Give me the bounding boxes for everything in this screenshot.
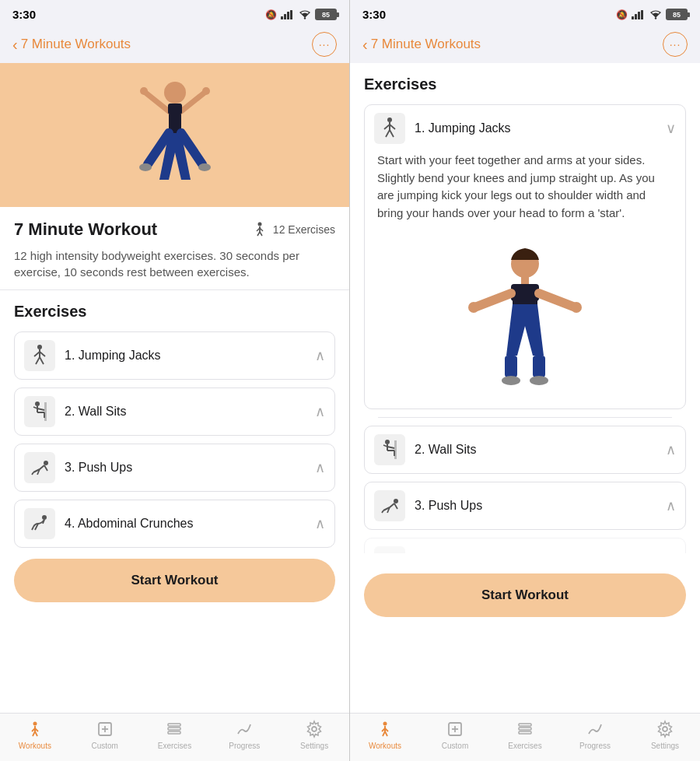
svg-line-68: [390, 130, 394, 137]
tab-progress-left[interactable]: Progress: [221, 720, 268, 750]
battery-icon-left: 85: [315, 9, 337, 20]
workout-title: 7 Minute Workout: [14, 219, 157, 240]
exercises-count-label: 12 Exercises: [273, 223, 335, 236]
left-panel: 3:30 🔕 85 ‹ 7 Minute Workouts ···: [0, 0, 350, 761]
exercises-title-right: Exercises: [364, 75, 686, 93]
tab-progress-right[interactable]: Progress: [572, 720, 618, 750]
svg-rect-81: [394, 440, 397, 459]
tab-custom-label-left: Custom: [91, 742, 117, 750]
jumping-jacks-icon: [27, 343, 52, 368]
back-button-left[interactable]: ‹ 7 Minute Workouts: [12, 36, 131, 54]
tab-settings-label-right: Settings: [651, 742, 679, 750]
status-bar-left: 3:30 🔕 85: [0, 0, 349, 26]
tab-workouts-left[interactable]: Workouts: [12, 720, 58, 750]
divider-right: [378, 417, 672, 418]
workouts-tab-icon-left: [26, 720, 44, 738]
exercise-item-2[interactable]: 2. Wall Sits ∧: [14, 388, 335, 436]
custom-tab-icon-left: [96, 720, 114, 738]
svg-line-65: [384, 124, 390, 129]
detail-scroll: Exercises 1. Jumping Jacks: [350, 63, 700, 713]
wall-sits-detail-icon: [377, 437, 402, 462]
svg-rect-74: [533, 356, 545, 377]
start-workout-button-left[interactable]: Start Workout: [14, 559, 335, 602]
svg-point-76: [530, 376, 548, 385]
signal-icon-right: [632, 10, 646, 19]
progress-tab-icon-left: [235, 720, 254, 738]
time-right: 3:30: [362, 8, 386, 21]
tab-settings-right[interactable]: Settings: [642, 720, 688, 750]
exercise-name-right-2: 2. Wall Sits: [415, 443, 666, 457]
bell-icon-right: 🔕: [616, 9, 628, 20]
workout-description: 12 high intensity bodyweight exercises. …: [14, 247, 335, 280]
start-workout-button-right[interactable]: Start Workout: [364, 573, 686, 617]
svg-rect-103: [519, 724, 531, 726]
exercise-item-3[interactable]: 3. Push Ups ∧: [14, 444, 335, 492]
tab-exercises-label-right: Exercises: [508, 742, 541, 750]
custom-tab-icon-right: [446, 720, 464, 738]
signal-icon-left: [281, 10, 295, 19]
more-button-left[interactable]: ···: [312, 32, 337, 57]
svg-line-24: [34, 352, 40, 356]
status-icons-left: 🔕 85: [265, 9, 337, 20]
svg-point-9: [140, 87, 148, 95]
exercise-chevron-right-2: ∧: [666, 441, 676, 458]
back-chevron-left: ‹: [12, 36, 18, 54]
partial-item-hint: [364, 538, 686, 553]
exercise-expanded-1[interactable]: 1. Jumping Jacks ∨ Start with your feet …: [364, 104, 686, 409]
exercise-chevron-3: ∧: [315, 459, 325, 476]
wifi-icon-left: [299, 10, 311, 19]
svg-rect-55: [168, 728, 180, 730]
more-button-right[interactable]: ···: [663, 32, 688, 57]
tab-exercises-label-left: Exercises: [158, 742, 191, 750]
settings-tab-icon-left: [305, 720, 324, 738]
exercise-thumb-2: [24, 396, 55, 427]
svg-point-45: [33, 722, 37, 726]
back-label-right: 7 Minute Workouts: [371, 37, 481, 52]
exercises-section-right: Exercises 1. Jumping Jacks: [350, 63, 700, 563]
time-left: 3:30: [12, 8, 36, 21]
tab-workouts-label-left: Workouts: [19, 742, 51, 750]
exercise-thumb-3: [24, 452, 55, 483]
tab-custom-right[interactable]: Custom: [432, 720, 478, 750]
exercise-item-1[interactable]: 1. Jumping Jacks ∧: [14, 331, 335, 380]
nav-bar-left: ‹ 7 Minute Workouts ···: [0, 26, 349, 63]
svg-rect-59: [635, 14, 637, 19]
exercise-item-right-3[interactable]: 3. Push Ups ∧: [364, 482, 686, 530]
exercises-section-left: Exercises 1. Jumping Jacks ∧: [0, 290, 349, 548]
tab-workouts-right[interactable]: Workouts: [362, 720, 408, 750]
exercise-item-right-2[interactable]: 2. Wall Sits ∧: [364, 426, 686, 474]
more-icon-right: ···: [670, 38, 681, 51]
back-label-left: 7 Minute Workouts: [21, 37, 131, 52]
tab-settings-left[interactable]: Settings: [291, 720, 338, 750]
tab-custom-left[interactable]: Custom: [82, 720, 128, 750]
push-ups-icon: [27, 455, 52, 480]
svg-line-77: [477, 293, 511, 307]
svg-line-26: [36, 357, 40, 364]
crunches-icon: [27, 511, 52, 536]
svg-rect-0: [281, 16, 283, 19]
tab-exercises-left[interactable]: Exercises: [151, 720, 198, 750]
tab-exercises-right[interactable]: Exercises: [502, 720, 548, 750]
tab-bar-left: Workouts Custom Exercises Progress: [0, 713, 349, 761]
tab-workouts-label-right: Workouts: [369, 742, 401, 750]
jumping-jacks-hero-icon: [128, 71, 222, 207]
svg-line-99: [385, 731, 387, 736]
exercise-chevron-expanded-1: ∨: [666, 120, 676, 137]
svg-point-29: [35, 402, 40, 406]
exercise-name-1: 1. Jumping Jacks: [65, 349, 315, 363]
svg-point-41: [42, 515, 47, 520]
back-button-right[interactable]: ‹ 7 Minute Workouts: [362, 36, 481, 54]
status-bar-right: 3:30 🔕 85: [350, 0, 700, 26]
svg-rect-15: [168, 103, 182, 114]
exercises-tab-icon-right: [516, 720, 534, 738]
svg-line-93: [394, 503, 397, 509]
exercise-demo-image-1: [365, 233, 685, 409]
exercise-thumb-4: [24, 508, 55, 539]
exercise-expanded-header-1[interactable]: 1. Jumping Jacks ∨: [365, 105, 685, 152]
bell-icon-left: 🔕: [265, 9, 277, 20]
svg-line-67: [386, 130, 390, 137]
exercise-description-1: Start with your feet together and arms a…: [365, 152, 685, 233]
exercise-item-4[interactable]: 4. Abdominal Crunches ∧: [14, 500, 335, 548]
exercise-thumb-expanded-1: [374, 113, 405, 144]
workout-header: 7 Minute Workout 12 Exercises 12 high in…: [0, 207, 349, 290]
